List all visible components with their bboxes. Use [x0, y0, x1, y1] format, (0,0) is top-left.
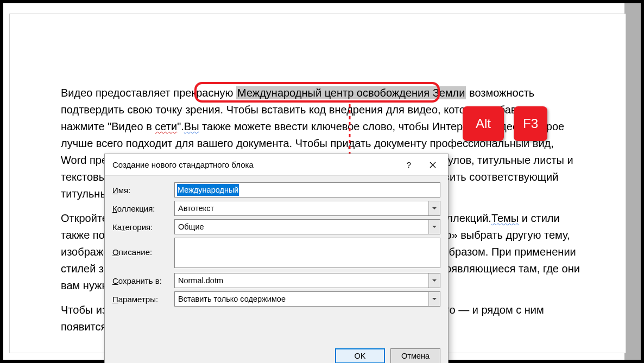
close-button[interactable]: [421, 157, 445, 173]
grammar-word: Темы: [491, 212, 519, 224]
label-gallery: Коллекция:: [112, 204, 174, 213]
label-category: Категория:: [112, 222, 174, 232]
options-select[interactable]: [174, 291, 440, 307]
close-icon: [430, 162, 436, 168]
key-label: Alt: [476, 116, 491, 131]
create-building-block-dialog: Создание нового стандартного блока ? Имя…: [104, 154, 449, 363]
description-textarea[interactable]: [174, 238, 440, 268]
key-alt: Alt: [463, 106, 504, 141]
spellcheck-word: сети: [155, 120, 177, 132]
document-page: Видео предоставляет прекрасную Междунаро…: [10, 14, 626, 353]
label-description: Описание:: [112, 238, 174, 257]
help-button[interactable]: ?: [397, 157, 421, 173]
save-in-select[interactable]: [174, 273, 440, 288]
label-save-in: Сохранить в:: [112, 276, 174, 285]
ok-button[interactable]: OK: [335, 348, 385, 363]
label-name: Имя:: [112, 186, 174, 195]
gallery-select[interactable]: [174, 201, 440, 216]
name-input[interactable]: Международный: [174, 182, 440, 198]
name-input-value: Международный: [177, 184, 239, 196]
selected-phrase[interactable]: Международный центр освобождения Земли: [236, 86, 466, 99]
background-gray-bar: [624, 3, 641, 360]
grammar-word: Вы: [184, 120, 199, 132]
text: ".: [177, 120, 184, 132]
key-label: F3: [523, 116, 538, 131]
key-f3: F3: [514, 106, 547, 141]
label-options: Параметры:: [112, 295, 174, 304]
cancel-button[interactable]: Отмена: [390, 348, 440, 363]
dialog-title: Создание нового стандартного блока: [112, 160, 397, 169]
category-select[interactable]: [174, 219, 440, 234]
text: Видео предоставляет прекрасную: [61, 87, 236, 99]
dialog-titlebar[interactable]: Создание нового стандартного блока ?: [105, 154, 448, 176]
